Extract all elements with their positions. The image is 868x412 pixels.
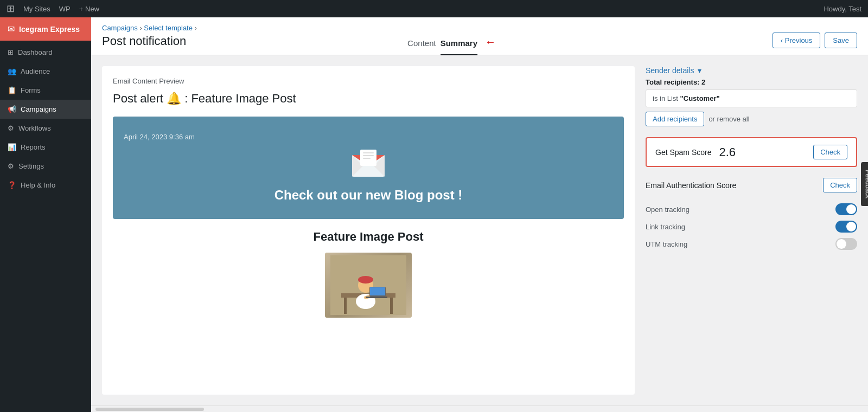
feature-image	[325, 253, 412, 318]
email-auth-row: Email Authentication Score Check	[646, 178, 857, 192]
envelope-icon	[352, 150, 385, 179]
open-tracking-toggle[interactable]	[835, 203, 857, 215]
sidebar-item-reports[interactable]: 📊 Reports	[0, 138, 91, 157]
sidebar-item-label: Audience	[21, 67, 50, 75]
page-header: Campaigns › Select template › Post notif…	[91, 17, 868, 55]
tracking-row-link: Link tracking	[646, 221, 857, 233]
svg-rect-10	[344, 298, 347, 314]
tab-summary[interactable]: Summary	[441, 38, 477, 55]
settings-icon: ⚙	[8, 162, 14, 170]
wp-icon[interactable]: ⊞	[7, 3, 15, 15]
feature-image-inner	[325, 253, 412, 318]
sidebar-item-settings[interactable]: ⚙ Settings	[0, 157, 91, 176]
recipients-list-box: is in List "Customer"	[646, 89, 857, 107]
audience-icon: 👥	[8, 67, 16, 75]
spam-score-value: 2.6	[719, 145, 736, 159]
email-banner-text: Check out our new Blog post !	[275, 188, 463, 203]
tracking-row-utm: UTM tracking	[646, 238, 857, 250]
admin-bar-item-wp[interactable]: WP	[59, 5, 71, 13]
svg-rect-11	[390, 298, 393, 314]
admin-bar-howdy: Howdy, Test	[824, 5, 861, 13]
spam-score-label: Get Spam Score	[655, 148, 712, 157]
breadcrumb: Campaigns › Select template ›	[102, 24, 197, 32]
chevron-down-icon: ▾	[698, 66, 701, 75]
preview-label: Email Content Preview	[113, 77, 624, 85]
sidebar-item-label: Settings	[18, 162, 44, 170]
open-tracking-label: Open tracking	[646, 205, 690, 214]
add-recipients-button[interactable]: Add recipients	[646, 112, 704, 126]
feedback-tab[interactable]: Feedback	[861, 162, 868, 206]
content-area: Campaigns › Select template › Post notif…	[91, 17, 868, 412]
sidebar-item-helpinfo[interactable]: ❓ Help & Info	[0, 176, 91, 195]
list-customer-value: "Customer"	[680, 94, 720, 102]
sender-details-section: Sender details ▾ Total recipients: 2 is …	[646, 66, 857, 126]
utm-tracking-label: UTM tracking	[646, 240, 687, 248]
svg-rect-17	[370, 287, 385, 295]
toggle-knob	[837, 239, 846, 249]
page-header-left: Campaigns › Select template › Post notif…	[102, 24, 197, 55]
page-title: Post notification	[102, 34, 197, 55]
breadcrumb-sep2: ›	[195, 24, 197, 32]
breadcrumb-campaigns[interactable]: Campaigns	[102, 24, 138, 32]
sidebar-logo-text: Icegram Express	[19, 25, 80, 34]
admin-bar-item-mysites[interactable]: My Sites	[23, 5, 50, 13]
admin-bar-item-new[interactable]: + New	[79, 5, 99, 13]
sidebar-item-label: Reports	[21, 143, 46, 151]
utm-tracking-toggle[interactable]	[835, 238, 857, 250]
forms-icon: 📋	[8, 86, 16, 94]
sidebar-item-label: Help & Info	[21, 181, 55, 189]
sidebar-item-label: Dashboard	[18, 48, 53, 56]
email-auth-label: Email Authentication Score	[646, 181, 736, 190]
email-preview-panel: Email Content Preview Post alert 🔔 : Fea…	[102, 66, 635, 395]
sidebar-item-campaigns[interactable]: 📢 Campaigns	[0, 100, 91, 119]
svg-rect-7	[363, 158, 371, 159]
preview-title: Post alert 🔔 : Feature Image Post	[113, 92, 624, 106]
sidebar-item-label: Forms	[21, 86, 41, 94]
right-panel: Sender details ▾ Total recipients: 2 is …	[646, 66, 857, 395]
spam-score-box: Get Spam Score 2.6 Check	[646, 137, 857, 167]
email-auth-check-button[interactable]: Check	[823, 178, 857, 192]
sidebar-item-label: Campaigns	[21, 105, 56, 113]
svg-rect-5	[363, 152, 374, 153]
tracking-row-open: Open tracking	[646, 203, 857, 215]
sidebar-item-forms[interactable]: 📋 Forms	[0, 81, 91, 100]
total-recipients-count: 2	[701, 78, 705, 86]
sidebar-logo[interactable]: ✉ Icegram Express	[0, 17, 91, 41]
admin-bar-items: My Sites WP + New	[23, 5, 99, 13]
link-tracking-label: Link tracking	[646, 223, 685, 231]
horizontal-scrollbar[interactable]	[95, 408, 204, 411]
is-in-list-label: is in List	[653, 94, 678, 102]
recipients-actions: Add recipients or remove all	[646, 112, 857, 126]
toggle-knob	[846, 222, 856, 231]
body-content: Email Content Preview Post alert 🔔 : Fea…	[91, 55, 868, 405]
page-header-right: ‹ Previous Save	[773, 33, 857, 55]
email-banner-date: April 24, 2023 9:36 am	[124, 133, 195, 141]
svg-rect-6	[363, 155, 374, 156]
toggle-knob	[846, 204, 856, 214]
previous-button[interactable]: ‹ Previous	[773, 33, 821, 48]
campaigns-icon: 📢	[8, 105, 16, 113]
save-button[interactable]: Save	[825, 33, 857, 48]
spam-score-check-button[interactable]: Check	[813, 145, 847, 159]
breadcrumb-select-template[interactable]: Select template	[144, 24, 193, 32]
admin-bar: ⊞ My Sites WP + New Howdy, Test	[0, 0, 868, 17]
or-remove-all: or remove all	[709, 115, 749, 123]
arrow-indicator: ←	[485, 36, 496, 48]
email-banner: April 24, 2023 9:36 am	[113, 117, 624, 219]
sidebar-item-workflows[interactable]: ⚙ Workflows	[0, 119, 91, 138]
sidebar-item-dashboard[interactable]: ⊞ Dashboard	[0, 43, 91, 62]
svg-rect-18	[366, 297, 387, 298]
main-layout: ✉ Icegram Express ⊞ Dashboard 👥 Audience…	[0, 17, 868, 412]
svg-point-14	[358, 276, 373, 284]
sender-details-header[interactable]: Sender details ▾	[646, 66, 857, 75]
workflows-icon: ⚙	[8, 124, 14, 132]
sidebar-item-audience[interactable]: 👥 Audience	[0, 62, 91, 81]
link-tracking-toggle[interactable]	[835, 221, 857, 233]
total-recipients-label: Total recipients:	[646, 78, 699, 86]
admin-bar-left: ⊞ My Sites WP + New	[7, 3, 99, 15]
icegram-logo-icon: ✉	[8, 24, 15, 34]
tab-content[interactable]: Content	[407, 38, 436, 55]
dashboard-icon: ⊞	[8, 48, 14, 56]
sidebar: ✉ Icegram Express ⊞ Dashboard 👥 Audience…	[0, 17, 91, 412]
sender-details-label: Sender details	[646, 66, 694, 75]
